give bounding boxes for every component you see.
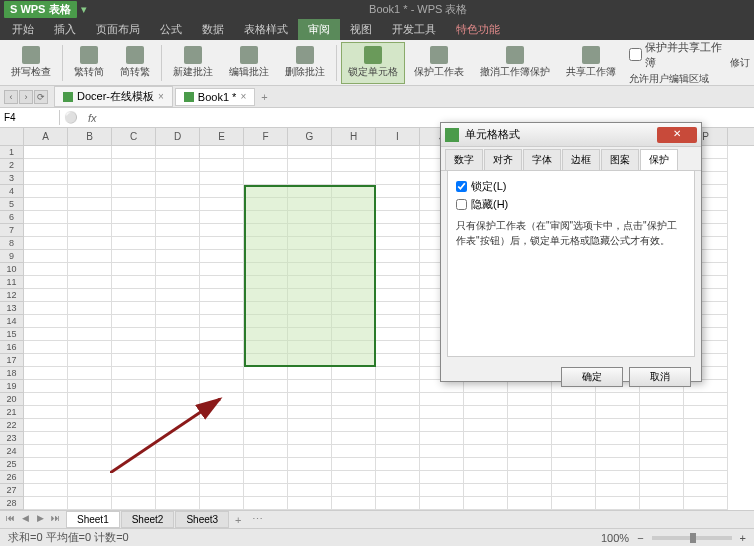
- cell[interactable]: [332, 146, 376, 159]
- row-header[interactable]: 10: [0, 263, 24, 276]
- cell[interactable]: [24, 497, 68, 510]
- cell[interactable]: [200, 263, 244, 276]
- cell[interactable]: [68, 198, 112, 211]
- cell[interactable]: [376, 471, 420, 484]
- cell[interactable]: [288, 159, 332, 172]
- tab-border[interactable]: 边框: [562, 149, 600, 170]
- cell[interactable]: [508, 406, 552, 419]
- cell[interactable]: [200, 315, 244, 328]
- cell[interactable]: [332, 172, 376, 185]
- cell[interactable]: [420, 458, 464, 471]
- new-comment-button[interactable]: 新建批注: [166, 42, 220, 84]
- cell[interactable]: [332, 432, 376, 445]
- cell[interactable]: [200, 250, 244, 263]
- cell[interactable]: [332, 276, 376, 289]
- cell[interactable]: [288, 172, 332, 185]
- cell[interactable]: [464, 419, 508, 432]
- cell[interactable]: [596, 471, 640, 484]
- cell[interactable]: [376, 445, 420, 458]
- cell[interactable]: [464, 445, 508, 458]
- cell[interactable]: [288, 445, 332, 458]
- cell[interactable]: [376, 393, 420, 406]
- cell[interactable]: [332, 419, 376, 432]
- cell[interactable]: [244, 497, 288, 510]
- cell[interactable]: [288, 484, 332, 497]
- cell[interactable]: [288, 419, 332, 432]
- cell[interactable]: [332, 497, 376, 510]
- cell[interactable]: [112, 328, 156, 341]
- cell[interactable]: [288, 198, 332, 211]
- cell[interactable]: [508, 432, 552, 445]
- cell[interactable]: [68, 471, 112, 484]
- cell[interactable]: [288, 458, 332, 471]
- cell[interactable]: [112, 432, 156, 445]
- cell[interactable]: [244, 263, 288, 276]
- cell[interactable]: [332, 211, 376, 224]
- cell[interactable]: [508, 458, 552, 471]
- nav-fwd-icon[interactable]: ›: [19, 90, 33, 104]
- cell[interactable]: [68, 250, 112, 263]
- cell[interactable]: [68, 458, 112, 471]
- cell[interactable]: [288, 237, 332, 250]
- menu-review[interactable]: 审阅: [298, 19, 340, 40]
- cell[interactable]: [332, 263, 376, 276]
- cell[interactable]: [24, 341, 68, 354]
- cell[interactable]: [508, 445, 552, 458]
- row-header[interactable]: 3: [0, 172, 24, 185]
- cell[interactable]: [24, 198, 68, 211]
- cell[interactable]: [288, 380, 332, 393]
- cell[interactable]: [552, 471, 596, 484]
- cell[interactable]: [288, 432, 332, 445]
- row-header[interactable]: 26: [0, 471, 24, 484]
- protect-sheet-button[interactable]: 保护工作表: [407, 42, 471, 84]
- cell[interactable]: [552, 497, 596, 510]
- cell[interactable]: [112, 276, 156, 289]
- col-header[interactable]: A: [24, 128, 68, 145]
- cell[interactable]: [244, 419, 288, 432]
- cell[interactable]: [420, 432, 464, 445]
- row-header[interactable]: 7: [0, 224, 24, 237]
- cell[interactable]: [200, 211, 244, 224]
- cell[interactable]: [332, 380, 376, 393]
- cell[interactable]: [112, 211, 156, 224]
- cell[interactable]: [376, 250, 420, 263]
- cell[interactable]: [332, 237, 376, 250]
- cell[interactable]: [112, 146, 156, 159]
- cell[interactable]: [244, 393, 288, 406]
- col-header[interactable]: B: [68, 128, 112, 145]
- cell[interactable]: [332, 185, 376, 198]
- cell[interactable]: [684, 406, 728, 419]
- cell[interactable]: [464, 484, 508, 497]
- cell[interactable]: [420, 406, 464, 419]
- close-icon[interactable]: ×: [240, 91, 246, 102]
- cell[interactable]: [244, 250, 288, 263]
- delete-comment-button[interactable]: 删除批注: [278, 42, 332, 84]
- cell[interactable]: [596, 432, 640, 445]
- cell[interactable]: [376, 159, 420, 172]
- cell[interactable]: [420, 471, 464, 484]
- cell[interactable]: [376, 276, 420, 289]
- cell[interactable]: [156, 185, 200, 198]
- menu-formula[interactable]: 公式: [150, 19, 192, 40]
- cell[interactable]: [376, 185, 420, 198]
- cell[interactable]: [288, 211, 332, 224]
- cell[interactable]: [68, 406, 112, 419]
- cell[interactable]: [24, 380, 68, 393]
- row-header[interactable]: 15: [0, 328, 24, 341]
- cell[interactable]: [68, 185, 112, 198]
- tab-font[interactable]: 字体: [523, 149, 561, 170]
- col-header[interactable]: G: [288, 128, 332, 145]
- menu-special[interactable]: 特色功能: [446, 19, 510, 40]
- cell[interactable]: [68, 484, 112, 497]
- cell[interactable]: [684, 471, 728, 484]
- cell[interactable]: [464, 432, 508, 445]
- cell[interactable]: [288, 315, 332, 328]
- row-header[interactable]: 21: [0, 406, 24, 419]
- cell[interactable]: [200, 393, 244, 406]
- cell[interactable]: [332, 302, 376, 315]
- cell[interactable]: [24, 185, 68, 198]
- menu-dev[interactable]: 开发工具: [382, 19, 446, 40]
- cell[interactable]: [596, 419, 640, 432]
- cell[interactable]: [68, 263, 112, 276]
- menu-home[interactable]: 开始: [2, 19, 44, 40]
